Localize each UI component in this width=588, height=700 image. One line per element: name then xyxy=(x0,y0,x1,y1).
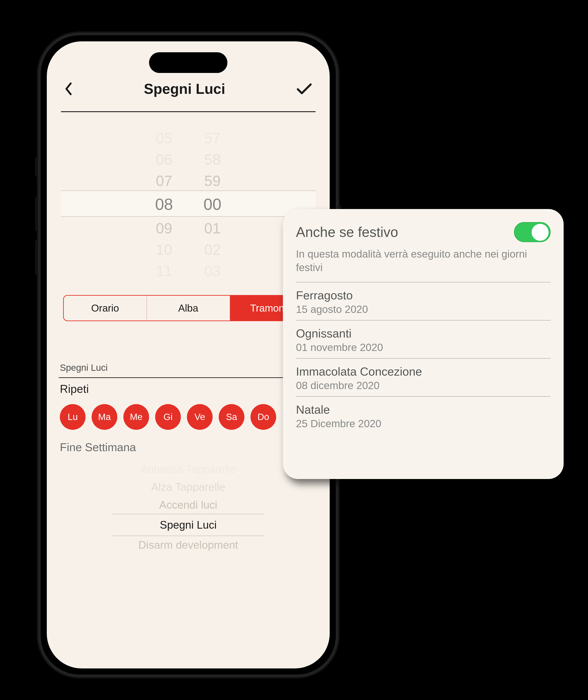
back-icon[interactable] xyxy=(64,82,73,95)
holiday-name: Natale xyxy=(296,403,551,416)
minute-option[interactable]: 03 xyxy=(204,260,221,281)
day-friday[interactable]: Ve xyxy=(187,404,213,430)
hour-option[interactable]: 05 xyxy=(156,127,172,149)
phone-volume-down xyxy=(35,240,38,275)
scenario-label: Spegni Luci xyxy=(60,363,317,373)
day-wednesday[interactable]: Me xyxy=(123,404,149,430)
repeat-heading: Ripeti xyxy=(60,382,317,396)
holiday-item: Ferragosto 15 agosto 2020 xyxy=(296,282,551,320)
day-monday[interactable]: Lu xyxy=(60,404,86,430)
hour-column[interactable]: 05 06 07 08 09 10 11 xyxy=(155,119,173,280)
scenario-option[interactable]: Abbassa Tapparelle xyxy=(112,460,264,478)
holiday-description: In questa modalità verrà eseguito anche … xyxy=(296,247,551,274)
section-divider xyxy=(59,377,318,378)
holiday-date: 15 agosto 2020 xyxy=(296,303,551,315)
day-selector: Lu Ma Me Gi Ve Sa Do xyxy=(60,404,317,430)
scenario-option[interactable]: Accendi luci xyxy=(112,496,264,514)
hour-option[interactable]: 09 xyxy=(156,217,172,239)
holiday-item: Immacolata Concezione 08 dicembre 2020 xyxy=(296,359,551,397)
minute-option[interactable]: 58 xyxy=(204,149,221,170)
segment-alba[interactable]: Alba xyxy=(147,296,230,320)
phone-notch xyxy=(149,52,227,73)
phone-side-button xyxy=(35,157,38,177)
minute-option[interactable]: 59 xyxy=(204,170,221,191)
day-sunday[interactable]: Do xyxy=(250,404,276,430)
hour-option[interactable]: 11 xyxy=(156,260,172,281)
holiday-date: 25 Dicembre 2020 xyxy=(296,418,551,430)
scenario-option[interactable]: Disarm development xyxy=(112,536,264,554)
holiday-name: Immacolata Concezione xyxy=(296,365,551,378)
holiday-toggle[interactable] xyxy=(514,222,551,242)
holiday-card-title: Anche se festivo xyxy=(296,224,398,240)
picker-highlight xyxy=(61,190,316,217)
time-picker[interactable]: 05 06 07 08 09 10 11 57 58 59 00 01 02 0… xyxy=(61,119,316,280)
holiday-name: Ferragosto xyxy=(296,288,551,302)
scenario-option[interactable]: Alza Tapparelle xyxy=(112,478,264,496)
weekend-label: Fine Settimana xyxy=(60,441,317,454)
phone-volume-up xyxy=(35,196,38,231)
day-thursday[interactable]: Gi xyxy=(155,404,181,430)
hour-option[interactable]: 06 xyxy=(156,149,172,170)
holiday-date: 08 dicembre 2020 xyxy=(296,380,551,392)
holiday-item: Natale 25 Dicembre 2020 xyxy=(296,397,551,434)
scenario-selected[interactable]: Spegni Luci xyxy=(112,514,264,536)
segment-orario[interactable]: Orario xyxy=(64,296,147,320)
holiday-name: Ognissanti xyxy=(296,326,551,340)
holiday-item: Ognissanti 01 novembre 2020 xyxy=(296,320,551,359)
holiday-date: 01 novembre 2020 xyxy=(296,341,551,354)
header-divider xyxy=(61,111,316,112)
day-saturday[interactable]: Sa xyxy=(219,404,244,430)
page-title: Spegni Luci xyxy=(144,81,225,97)
hour-selected[interactable]: 08 xyxy=(155,191,173,217)
holiday-card-header: Anche se festivo xyxy=(296,222,551,242)
minute-selected[interactable]: 00 xyxy=(203,191,221,217)
toggle-knob xyxy=(532,224,549,241)
day-tuesday[interactable]: Ma xyxy=(92,404,117,430)
holiday-settings-card: Anche se festivo In questa modalità verr… xyxy=(283,209,564,479)
scenario-picker[interactable]: Abbassa Tapparelle Alza Tapparelle Accen… xyxy=(112,460,264,554)
minute-column[interactable]: 57 58 59 00 01 02 03 xyxy=(203,119,221,280)
hour-option[interactable]: 07 xyxy=(156,170,172,191)
minute-option[interactable]: 01 xyxy=(204,217,221,239)
minute-option[interactable]: 57 xyxy=(204,127,221,149)
mode-segmented-control: Orario Alba Tramonto xyxy=(63,295,313,321)
minute-option[interactable]: 02 xyxy=(204,239,221,260)
header: Spegni Luci xyxy=(47,41,330,106)
confirm-icon[interactable] xyxy=(296,83,312,95)
hour-option[interactable]: 10 xyxy=(156,239,172,260)
